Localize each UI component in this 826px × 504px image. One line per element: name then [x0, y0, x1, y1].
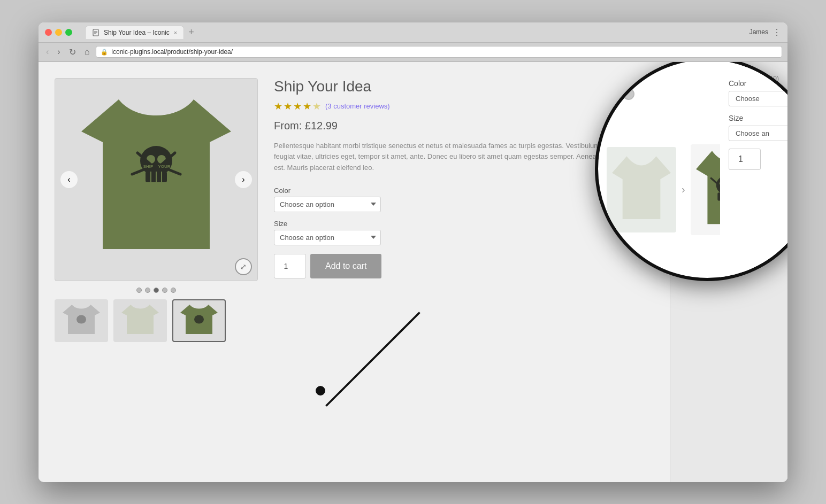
star-4: ★ — [303, 100, 311, 112]
magnify-color-label: Color — [729, 79, 787, 88]
back-button[interactable]: ‹ — [44, 46, 51, 58]
size-label: Size — [274, 220, 654, 228]
star-3: ★ — [293, 100, 302, 112]
image-dot-4[interactable] — [162, 288, 167, 293]
svg-text:YOUR: YOUR — [158, 164, 170, 169]
product-title: Ship Your Idea — [274, 78, 654, 95]
product-area: SHIP YOUR ‹ › ⤢ — [39, 62, 670, 482]
svg-text:SHIP: SHIP — [143, 164, 154, 169]
star-5: ★ — [312, 100, 321, 112]
magnify-arrow-icon: › — [682, 183, 685, 196]
swatch-gray2[interactable] — [623, 88, 634, 100]
url-text: iconic-plugins.local/product/ship-your-i… — [111, 48, 233, 56]
image-next-button[interactable]: › — [235, 171, 252, 188]
maximize-window-button[interactable] — [65, 29, 72, 36]
new-tab-button[interactable]: + — [186, 27, 196, 38]
main-image-wrapper: SHIP YOUR ‹ › ⤢ — [55, 78, 258, 281]
star-rating: ★ ★ ★ ★ ★ — [274, 100, 321, 112]
thumbnail-3-image — [180, 305, 218, 337]
address-bar: ‹ › ↻ ⌂ 🔒 iconic-plugins.local/product/s… — [39, 43, 787, 62]
add-to-cart-button[interactable]: Add to cart — [310, 254, 381, 278]
image-dot-3[interactable] — [154, 288, 159, 293]
image-prev-button[interactable]: ‹ — [60, 171, 78, 188]
magnify-right-content: Color Choose Size Choose an — [729, 68, 787, 170]
home-button[interactable]: ⌂ — [82, 46, 92, 58]
image-dot-5[interactable] — [171, 288, 176, 293]
product-main-image: SHIP YOUR — [81, 99, 231, 260]
light-shirt-svg — [612, 155, 671, 224]
color-select[interactable]: Choose an option Green White — [274, 197, 381, 212]
magnify-size-label: Size — [729, 114, 787, 122]
svg-point-17 — [77, 315, 86, 323]
address-field[interactable]: 🔒 iconic-plugins.local/product/ship-your… — [96, 46, 782, 58]
product-details: Ship Your Idea ★ ★ ★ ★ ★ (3 customer rev… — [274, 78, 654, 466]
star-2: ★ — [284, 100, 292, 112]
price: From: £12.99 — [274, 120, 654, 132]
close-window-button[interactable] — [45, 29, 52, 36]
thumbnail-2[interactable] — [113, 299, 167, 342]
quantity-input[interactable] — [274, 254, 306, 278]
size-form-group: Size Choose an option Small Medium Large… — [274, 220, 654, 245]
svg-point-18 — [194, 315, 204, 323]
product-image-section: SHIP YOUR ‹ › ⤢ — [55, 78, 258, 466]
magnify-right-panel: Color Choose Size Choose an — [720, 62, 787, 278]
user-name: James — [749, 28, 768, 36]
connector-bullet — [316, 386, 325, 396]
refresh-button[interactable]: ↻ — [67, 46, 78, 58]
magnify-color-select[interactable]: Choose — [729, 91, 787, 106]
title-bar-right: James ⋮ — [749, 27, 781, 37]
qty-cart-row: Add to cart — [274, 254, 654, 278]
thumbnail-1-image — [63, 305, 100, 337]
browser-window: Ship Your Idea – Iconic × + James ⋮ ‹ › … — [39, 22, 787, 482]
tab-title: Ship Your Idea – Iconic — [104, 29, 170, 36]
thumbnail-3[interactable] — [172, 299, 226, 342]
image-dot-1[interactable] — [136, 288, 142, 293]
image-expand-button[interactable]: ⤢ — [235, 258, 252, 275]
minimize-window-button[interactable] — [55, 29, 62, 36]
page-content: SHIP YOUR ‹ › ⤢ — [39, 62, 787, 482]
swatch-gray[interactable] — [607, 88, 618, 100]
lock-icon: 🔒 — [101, 49, 108, 56]
magnify-shirt-light — [607, 147, 676, 232]
tab-bar: Ship Your Idea – Iconic × + — [85, 26, 196, 39]
magnify-overlay: ⤢ › — [595, 62, 787, 281]
size-select[interactable]: Choose an option Small Medium Large XL — [274, 230, 381, 245]
magnify-size-select[interactable]: Choose an — [729, 126, 787, 141]
tab-close-button[interactable]: × — [174, 29, 177, 36]
thumbnail-row — [55, 299, 258, 342]
thumbnail-2-image — [121, 305, 159, 337]
image-dot-2[interactable] — [145, 288, 150, 293]
magnify-quantity-input[interactable] — [729, 149, 761, 170]
forward-button[interactable]: › — [55, 46, 62, 58]
browser-menu-button[interactable]: ⋮ — [773, 27, 781, 37]
traffic-lights — [45, 29, 72, 36]
active-tab[interactable]: Ship Your Idea – Iconic × — [85, 26, 184, 39]
magnify-inner: ⤢ › — [598, 62, 787, 278]
page-icon — [92, 29, 100, 36]
rating-row: ★ ★ ★ ★ ★ (3 customer reviews) — [274, 100, 654, 112]
image-dots — [55, 288, 258, 293]
title-bar: Ship Your Idea – Iconic × + James ⋮ — [39, 22, 787, 43]
reviews-link[interactable]: (3 customer reviews) — [325, 102, 390, 110]
star-1: ★ — [274, 100, 282, 112]
thumbnail-1[interactable] — [55, 299, 108, 342]
